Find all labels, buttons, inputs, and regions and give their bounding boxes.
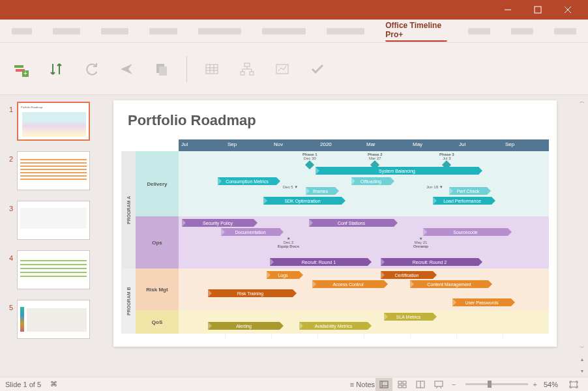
thumb-number: 4 [4,250,13,262]
bar-sla: SLA Metrics [384,313,433,321]
svg-rect-26 [398,381,402,384]
ribbon-tab-placeholder[interactable] [554,28,576,35]
bar-access: Access Control [312,280,384,288]
bar-perf-check: Perf Check [449,187,487,195]
ribbon-tab-office-timeline[interactable]: Office Timeline Pro+ [385,21,447,42]
svg-rect-15 [244,63,250,66]
minimize-button[interactable] [493,0,523,20]
prev-slide-button[interactable]: ▴ [576,353,588,365]
ribbon-tab-placeholder[interactable] [101,28,128,35]
notes-icon[interactable]: ⌘ [50,380,57,388]
svg-rect-17 [250,72,254,75]
lane-delivery-label: Delivery [136,151,179,216]
bar-sourcecode: Sourcecode [423,228,508,236]
bar-avail: Availability Metrics [299,322,368,330]
lane-delivery-body: Phase 1Dec 30 Phase 2Mar 27 Phase 3Jul 3… [179,151,549,216]
lane-risk-body: Logs Certification Access Control Conten… [179,268,549,310]
bar-risk: Risk Training [208,289,293,297]
zoom-out-button[interactable]: − [452,381,456,388]
slide-indicator: Slide 1 of 5 [5,381,41,388]
workspace: 1Portfolio Roadmap 2 3 4 5 ︿ Portfolio R… [0,95,588,377]
bar-system-balancing: System Balancing [316,167,478,175]
svg-rect-16 [241,72,244,75]
slide-thumbnail-4[interactable] [17,250,90,289]
notes-button[interactable]: ≡ Notes [350,381,375,388]
lane-ops-body: Security Policy Conf Stations Documentat… [179,216,549,268]
slide[interactable]: Portfolio Roadmap JulSepNov2020MarMayJul… [113,100,557,347]
sync-button[interactable] [81,59,102,80]
scroll-down-button[interactable]: ﹀ [576,341,588,353]
bar-content: Content Management [410,280,488,288]
swimlane-qos: QoS SLA Metrics Alerting Availability Me… [121,310,549,334]
swimlane-risk: PROGRAM B Risk Mgt Logs Certification Ac… [121,268,549,310]
sorter-view-button[interactable] [394,378,411,391]
title-bar [0,0,588,20]
milestone-dec5: Dec 5 ▼ [283,185,298,189]
milestone-equip-docs: ★Dec 2Equip Docs [278,236,299,248]
bar-security: Security Policy [182,219,254,227]
chart-button[interactable] [272,59,293,80]
copy-button[interactable] [151,59,172,80]
ribbon-tab-placeholder[interactable] [327,28,364,35]
share-button[interactable] [116,59,137,80]
timescale-tick: Sep [225,139,271,151]
timescale-tick: 2020 [317,139,364,151]
ribbon-tab-placeholder[interactable] [468,28,490,35]
table-view-button[interactable] [201,59,222,80]
thumbnail-panel: 1Portfolio Roadmap 2 3 4 5 [0,95,98,377]
svg-rect-27 [403,381,406,384]
slideshow-button[interactable] [430,378,447,391]
timescale-tick: Jul [456,139,503,151]
timescale-tick: Sep [503,139,549,151]
scroll-up-button[interactable]: ︿ [576,95,588,107]
maximize-button[interactable] [523,0,553,20]
thumb-number: 1 [4,102,13,113]
slide-thumbnail-5[interactable] [17,300,90,339]
zoom-in-button[interactable]: + [533,381,537,388]
sort-button[interactable] [46,59,66,80]
svg-rect-28 [398,385,402,388]
ribbon-tab-placeholder[interactable] [511,28,533,35]
accept-button[interactable] [307,59,328,80]
thumb-number: 5 [4,300,13,311]
next-slide-button[interactable]: ▾ [576,365,588,377]
vertical-scrollbar[interactable]: ︿ [576,95,588,339]
bar-conf: Conf Stations [309,219,394,227]
timescale-tick: Jul [179,139,225,151]
slide-canvas-area: ︿ Portfolio Roadmap JulSepNov2020MarMayJ… [98,95,588,377]
bar-recruit1: Recruit: Round 1 [270,258,368,266]
slide-thumbnail-1[interactable]: Portfolio Roadmap [17,102,90,141]
timescale-tick: Mar [364,139,410,151]
ribbon-tab-placeholder[interactable] [262,28,306,35]
bar-certification: Certification [381,271,433,279]
svg-rect-10 [206,65,218,74]
svg-rect-32 [435,381,443,386]
reading-view-button[interactable] [412,378,429,391]
lane-risk-label: Risk Mgt [136,268,179,310]
ribbon-tab-placeholder[interactable] [12,28,32,35]
bar-logs: Logs [267,271,299,279]
normal-view-button[interactable] [375,378,392,391]
svg-rect-23 [380,381,388,388]
new-timeline-button[interactable]: + [10,59,31,80]
roadmap-chart: JulSepNov2020MarMayJulSep PROGRAM A Deli… [121,139,549,339]
ribbon-tab-placeholder[interactable] [53,28,80,35]
zoom-slider[interactable] [465,383,528,385]
fit-button[interactable] [565,378,582,391]
slide-thumbnail-2[interactable] [17,151,90,190]
timescale: JulSepNov2020MarMayJulSep [179,139,549,151]
svg-rect-4 [14,65,23,68]
ribbon-tab-placeholder[interactable] [198,28,242,35]
slide-thumbnail-3[interactable] [17,201,90,240]
bar-documentation: Documentation [221,228,280,236]
bar-iframes: Iframes [306,187,335,195]
nav-buttons: ﹀ ▴ ▾ [576,341,588,377]
lane-qos-label: QoS [136,310,179,334]
svg-rect-1 [535,7,541,13]
hierarchy-button[interactable] [237,59,257,80]
close-button[interactable] [553,0,583,20]
lane-ops-label: Ops [136,216,179,268]
thumb-number: 2 [4,151,13,163]
bar-offloading: Offloading [351,177,390,185]
ribbon-tab-placeholder[interactable] [149,28,177,35]
